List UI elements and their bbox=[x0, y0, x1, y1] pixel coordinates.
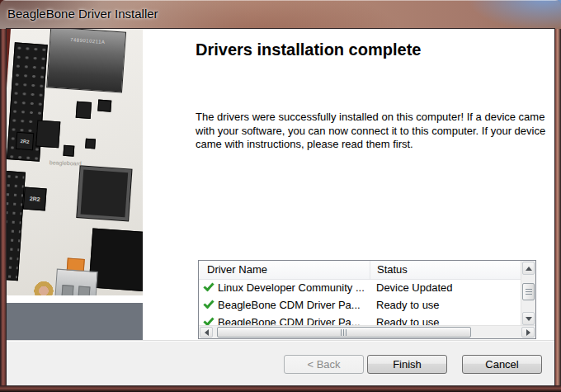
circuit-board-image: 7489010211A 2R2 2R2 beagleboard bbox=[7, 29, 143, 295]
button-bar: < Back Finish Cancel bbox=[7, 340, 554, 385]
column-header-driver-name[interactable]: Driver Name bbox=[199, 261, 370, 279]
window-title: BeagleBone Driver Installer bbox=[7, 7, 158, 21]
horizontal-scrollbar-thumb[interactable] bbox=[217, 327, 471, 338]
description-text: The drivers were successfully installed … bbox=[196, 111, 555, 152]
photo-panel-footer bbox=[7, 303, 143, 340]
column-header-status[interactable]: Status bbox=[370, 261, 521, 279]
vertical-scrollbar-thumb[interactable] bbox=[522, 283, 535, 300]
scrollbar-grip-icon bbox=[341, 329, 347, 336]
driver-status-table: Driver Name Status Linux Developer Commu… bbox=[198, 260, 536, 339]
table-row[interactable]: BeagleBone CDM Driver Pa... Ready to use bbox=[199, 297, 521, 314]
scroll-left-button[interactable] bbox=[200, 327, 213, 338]
scroll-down-button[interactable] bbox=[522, 312, 535, 325]
chip-graphic bbox=[35, 120, 60, 148]
scrollbar-grip-icon bbox=[526, 289, 532, 295]
back-button[interactable]: < Back bbox=[284, 355, 364, 374]
horizontal-scrollbar[interactable] bbox=[199, 325, 535, 338]
down-arrow-icon bbox=[526, 317, 532, 321]
usb-port-graphic bbox=[54, 269, 98, 295]
beagleboard-logo: beagleboard bbox=[50, 159, 82, 166]
driver-status-cell: Device Updated bbox=[376, 281, 453, 294]
inductor-graphic: 2R2 bbox=[16, 132, 34, 150]
success-check-icon bbox=[203, 300, 214, 310]
window-frame-bottom bbox=[0, 385, 561, 392]
driver-name-cell: BeagleBone CDM Driver Pa... bbox=[218, 299, 361, 311]
beaglebone-photo: 7489010211A 2R2 2R2 beagleboard bbox=[7, 29, 143, 295]
up-arrow-icon bbox=[526, 267, 532, 271]
chip-graphic bbox=[76, 102, 92, 119]
table-header: Driver Name Status bbox=[199, 261, 521, 280]
inductor-graphic: 2R2 bbox=[23, 187, 47, 211]
success-check-icon bbox=[203, 282, 214, 293]
cancel-button[interactable]: Cancel bbox=[462, 355, 542, 374]
ethernet-label: 7489010211A bbox=[50, 35, 125, 45]
mounting-hole-graphic bbox=[33, 281, 54, 295]
scroll-right-button[interactable] bbox=[521, 327, 535, 338]
finish-button[interactable]: Finish bbox=[367, 355, 447, 374]
chip-graphic bbox=[63, 145, 74, 157]
pin-header-graphic bbox=[7, 170, 26, 281]
chip-graphic bbox=[85, 139, 96, 149]
ethernet-jack-graphic: 7489010211A bbox=[46, 29, 126, 93]
driver-status-cell: Ready to use bbox=[376, 299, 440, 311]
table-rows: Linux Developer Community ... Device Upd… bbox=[199, 280, 521, 326]
vertical-scrollbar[interactable] bbox=[521, 261, 535, 326]
right-arrow-icon bbox=[526, 329, 530, 336]
chip-graphic bbox=[97, 100, 111, 112]
scroll-up-button[interactable] bbox=[522, 262, 535, 275]
installer-window: BeagleBone Driver Installer 7489010211A … bbox=[0, 0, 561, 392]
titlebar[interactable]: BeagleBone Driver Installer bbox=[0, 0, 561, 29]
left-arrow-icon bbox=[205, 329, 209, 336]
dialog-body: 7489010211A 2R2 2R2 beagleboard Dri bbox=[6, 28, 555, 386]
processor-chip-graphic bbox=[77, 166, 131, 220]
page-title: Drivers installation complete bbox=[196, 40, 421, 59]
window-frame-right bbox=[554, 29, 561, 392]
driver-name-cell: Linux Developer Community ... bbox=[218, 281, 365, 294]
table-row[interactable]: Linux Developer Community ... Device Upd… bbox=[199, 280, 521, 297]
table-row[interactable]: BeagleBone CDM Driver Pa... Ready to use bbox=[199, 314, 521, 326]
